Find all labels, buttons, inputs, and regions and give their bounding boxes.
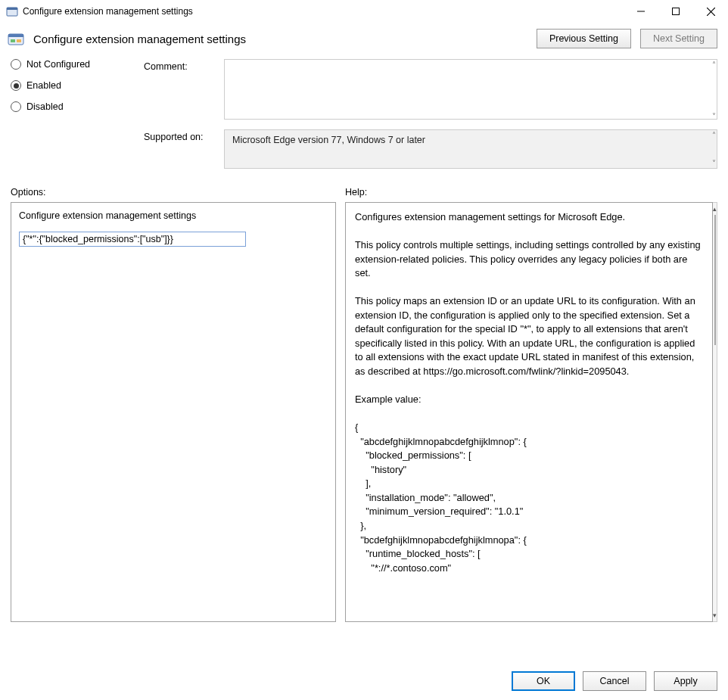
svg-rect-1 (7, 8, 17, 10)
radio-label: Disabled (26, 101, 64, 112)
apply-button[interactable]: Apply (654, 671, 717, 691)
chevron-down-icon: ˅ (712, 159, 716, 167)
chevron-up-icon: ˄ (712, 61, 716, 69)
maximize-button[interactable] (658, 0, 693, 23)
radio-disabled[interactable]: Disabled (11, 101, 139, 112)
next-setting-button[interactable]: Next Setting (640, 29, 717, 48)
scroll-thumb[interactable] (714, 215, 716, 345)
svg-rect-9 (17, 39, 21, 42)
cancel-button[interactable]: Cancel (583, 671, 646, 691)
chevron-down-icon: ˅ (712, 112, 716, 120)
window-title: Configure extension management settings (23, 6, 193, 17)
options-label: Options: (11, 187, 336, 198)
header: Configure extension management settings … (0, 23, 728, 50)
close-button[interactable] (693, 0, 728, 23)
scroll-down-icon[interactable]: ▾ (713, 609, 717, 621)
settings-form: Not Configured Enabled Disabled Comment:… (0, 50, 728, 173)
radio-enabled[interactable]: Enabled (11, 80, 139, 91)
previous-setting-button[interactable]: Previous Setting (537, 29, 631, 48)
scroll-up-icon[interactable]: ▴ (713, 203, 717, 215)
minimize-button[interactable] (624, 0, 658, 23)
svg-rect-3 (673, 8, 680, 15)
radio-not-configured[interactable]: Not Configured (11, 59, 139, 70)
extension-settings-input[interactable] (19, 232, 246, 247)
app-icon (6, 5, 18, 17)
radio-icon (11, 101, 21, 112)
supported-on-field: Microsoft Edge version 77, Windows 7 or … (224, 129, 717, 169)
chevron-up-icon: ˄ (712, 131, 716, 139)
svg-rect-7 (8, 34, 23, 37)
options-panel: Configure extension management settings (11, 202, 336, 622)
options-field-label: Configure extension management settings (19, 210, 328, 221)
page-title: Configure extension management settings (33, 33, 246, 45)
comment-field[interactable] (224, 59, 717, 120)
radio-icon (11, 80, 21, 91)
svg-rect-8 (11, 39, 15, 42)
policy-icon (8, 30, 24, 47)
ok-button[interactable]: OK (512, 671, 575, 691)
radio-label: Not Configured (26, 59, 90, 70)
radio-icon (11, 59, 21, 70)
comment-label: Comment: (144, 59, 219, 72)
scrollbar[interactable]: ▴ ▾ (713, 202, 717, 622)
help-panel: Configures extension management settings… (345, 202, 713, 622)
supported-on-label: Supported on: (144, 129, 219, 142)
scroll-track[interactable] (713, 215, 717, 609)
title-bar: Configure extension management settings (0, 0, 728, 23)
radio-label: Enabled (26, 80, 61, 91)
dialog-buttons: OK Cancel Apply (0, 661, 728, 700)
help-label: Help: (345, 187, 717, 198)
